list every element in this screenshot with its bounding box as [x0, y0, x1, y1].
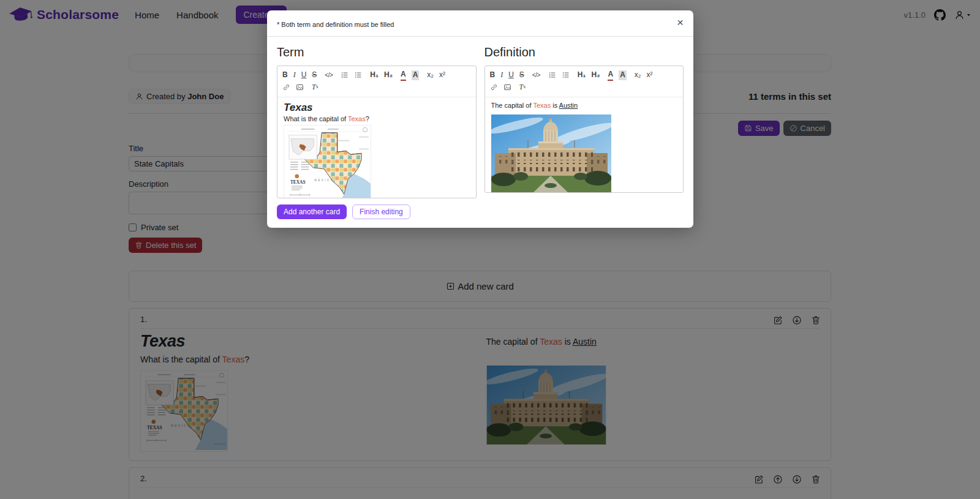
code-icon[interactable]: </> — [532, 71, 540, 79]
term-editor-content[interactable]: Texas What is the capital of Texas? — [277, 97, 476, 198]
italic-icon[interactable]: I — [293, 70, 296, 80]
subscript-icon[interactable]: x₂ — [427, 70, 434, 80]
link-icon[interactable] — [490, 83, 498, 91]
definition-editor: B I U S </> H₁ H₂ — [484, 66, 684, 193]
term-question: What is the capital of Texas? — [284, 115, 470, 122]
definition-editor-content[interactable]: The capital of Texas is Austin — [485, 97, 684, 193]
superscript-icon[interactable]: x² — [646, 70, 652, 80]
clear-formatting-icon[interactable]: Tx — [312, 83, 318, 92]
term-editor: B I U S </> H₁ H₂ — [277, 66, 477, 198]
term-toolbar: B I U S </> H₁ H₂ — [277, 66, 476, 97]
header-1-icon[interactable]: H₁ — [578, 70, 586, 80]
link-icon[interactable] — [282, 83, 290, 91]
finish-editing-button[interactable]: Finish editing — [352, 204, 410, 219]
bullet-list-icon[interactable] — [562, 71, 570, 79]
bold-icon[interactable]: B — [490, 70, 496, 80]
strikethrough-icon[interactable]: S — [312, 70, 317, 80]
code-icon[interactable]: </> — [325, 71, 333, 79]
term-heading: Term — [277, 45, 477, 59]
header-1-icon[interactable]: H₁ — [370, 70, 379, 80]
modal-term-column: Term B I U S </> — [277, 45, 477, 198]
header-2-icon[interactable]: H₂ — [591, 70, 600, 80]
austin-capitol-image — [491, 114, 611, 193]
underline-icon[interactable]: U — [508, 70, 514, 80]
texas-map-image — [284, 125, 371, 198]
italic-icon[interactable]: I — [500, 70, 503, 80]
header-2-icon[interactable]: H₂ — [384, 70, 393, 80]
definition-heading: Definition — [484, 45, 684, 59]
clear-formatting-icon[interactable]: Tx — [519, 83, 526, 92]
text-color-icon[interactable]: A — [608, 70, 613, 81]
image-icon[interactable] — [503, 83, 511, 91]
subscript-icon[interactable]: x₂ — [635, 70, 641, 80]
ordered-list-icon[interactable] — [341, 71, 349, 79]
modal-notice: * Both term and definition must be fille… — [277, 21, 394, 28]
strikethrough-icon[interactable]: S — [519, 70, 524, 80]
bold-icon[interactable]: B — [282, 70, 288, 80]
modal-definition-column: Definition B I U S </> — [484, 45, 684, 198]
image-icon[interactable] — [296, 83, 304, 91]
highlight-color-icon[interactable]: A — [412, 70, 420, 80]
term-title: Texas — [284, 102, 470, 114]
add-another-card-button[interactable]: Add another card — [277, 204, 347, 219]
definition-toolbar: B I U S </> H₁ H₂ — [485, 66, 684, 97]
close-icon[interactable]: × — [674, 14, 686, 31]
text-color-icon[interactable]: A — [401, 70, 406, 81]
bullet-list-icon[interactable] — [354, 71, 362, 79]
highlight-color-icon[interactable]: A — [619, 70, 627, 80]
definition-text: The capital of Texas is Austin — [491, 102, 677, 109]
underline-icon[interactable]: U — [301, 70, 307, 80]
superscript-icon[interactable]: x² — [439, 70, 445, 80]
edit-card-modal: * Both term and definition must be fille… — [267, 10, 693, 228]
ordered-list-icon[interactable] — [548, 71, 556, 79]
